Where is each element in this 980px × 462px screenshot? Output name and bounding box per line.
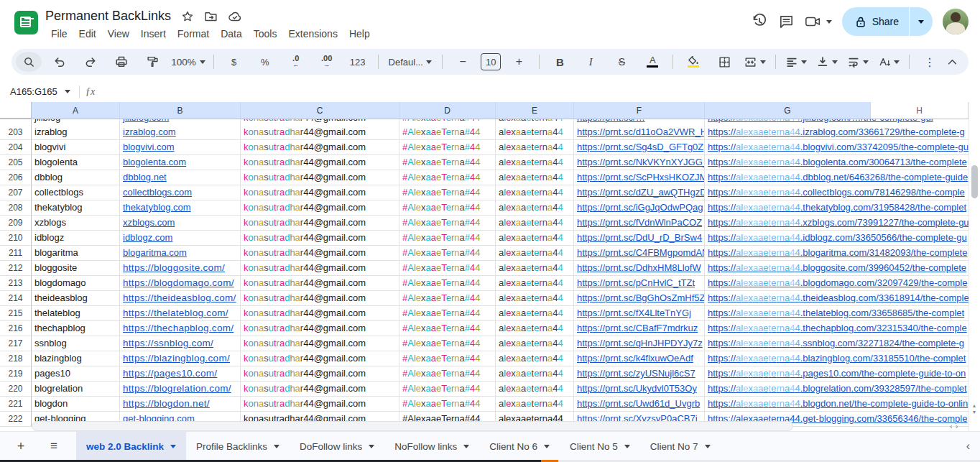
row-header[interactable]: 204 (0, 140, 32, 155)
cell[interactable]: jiliblog (32, 119, 120, 125)
cell[interactable]: dbblog (32, 170, 120, 185)
number-format-button[interactable]: 123 (345, 52, 371, 72)
cell[interactable]: alexaaeterna44 (496, 397, 574, 412)
cell[interactable]: https://prnt.sc/… (574, 119, 705, 125)
format-percent-button[interactable]: % (252, 52, 278, 72)
cell[interactable]: https://prnt.sc/k4flxuwOeAdf (574, 351, 705, 366)
sheet-tab-menu-caret[interactable] (274, 445, 279, 448)
decrease-decimal-button[interactable]: .0← (283, 52, 309, 72)
cell[interactable]: #AlexaaeTerna#44 (399, 397, 496, 412)
undo-icon[interactable] (47, 52, 73, 72)
cell[interactable]: #AlexaaeTerna#44 (399, 306, 496, 321)
bold-button[interactable]: B (547, 52, 573, 72)
font-size-input[interactable]: 10 (481, 53, 501, 70)
column-header-E[interactable]: E (496, 102, 574, 119)
cell[interactable]: #AlexaaeTerna#44 (399, 366, 496, 382)
cell[interactable]: alexaaeterna44 (496, 155, 574, 170)
cell[interactable]: blogaritma (32, 246, 120, 261)
cell[interactable]: https://alexaaeterna44.izrablog.com/3366… (705, 125, 969, 140)
cell[interactable]: https://alexaaeterna44.thekatyblog.com/3… (705, 200, 969, 216)
sheet-tab-menu-caret[interactable] (463, 445, 469, 448)
cell[interactable]: https://prnt.sc/pCnHvlC_tTZt (574, 276, 705, 291)
cell[interactable]: https://prnt.sc/Ukydvl0T53Oy (574, 382, 705, 397)
cell[interactable]: https://alexaaeterna44.ssnblog.com/32271… (705, 336, 969, 351)
row-header[interactable]: 218 (0, 351, 32, 366)
row-header[interactable]: 210 (0, 231, 32, 246)
share-dropdown[interactable] (909, 7, 933, 36)
cell[interactable]: dbblog.net (120, 170, 241, 185)
cell[interactable]: https://alexaaeterna44.blogdon.net/the-c… (705, 397, 969, 412)
cell[interactable]: konasutradhar44@gmail.com (241, 200, 399, 216)
more-toolbar-options[interactable]: ⋮ (917, 52, 943, 72)
cell[interactable]: jiliblog.com (120, 119, 241, 125)
cell[interactable]: alexaaeterna44 (496, 200, 574, 216)
menu-item-extensions[interactable]: Extensions (282, 26, 343, 42)
comments-icon[interactable] (778, 14, 795, 30)
cell[interactable]: thelateblog (32, 306, 120, 321)
row-header[interactable]: 222 (0, 412, 32, 427)
cell[interactable]: alexaaeterna44 (496, 306, 574, 321)
collapse-toolbar-icon[interactable] (948, 59, 957, 65)
fill-color-button[interactable] (680, 52, 706, 72)
cell[interactable]: alexaaeterna44 (496, 261, 574, 276)
row-header[interactable]: 221 (0, 397, 32, 412)
cell[interactable]: #AlexaaeTerna#44 (399, 276, 496, 291)
cell[interactable]: alexaaeterna44 (496, 351, 574, 366)
row-header[interactable]: 213 (0, 276, 32, 291)
cell[interactable]: izrablog.com (120, 125, 241, 140)
row-header[interactable]: 206 (0, 170, 32, 185)
cell[interactable]: https://alexaaeterna44.jiliblog.com/…/th… (705, 119, 969, 125)
cell[interactable]: konasutradhar44@gmail.com (241, 231, 399, 246)
cell[interactable]: thechapblog (32, 321, 120, 336)
cell[interactable]: #AlexaaeTerna#44 (399, 261, 496, 276)
cell[interactable]: https://prnt.sc/fX4LlteTnYGj (574, 306, 705, 321)
zoom-select[interactable]: 100% (170, 52, 206, 72)
vertical-scrollbar[interactable] (969, 102, 980, 431)
cell[interactable]: #AlexaaeTerna#44 (399, 216, 496, 231)
cell[interactable]: alexaaeterna44 (496, 231, 574, 246)
cell[interactable]: https://prnt.sc/d11oOa2VWR_H (574, 125, 705, 140)
menu-item-view[interactable]: View (102, 26, 135, 42)
cell[interactable]: alexaaeterna44 (496, 185, 574, 200)
cell[interactable]: konasutradhar44@gmail.com (241, 366, 399, 382)
sheets-logo-icon[interactable] (14, 11, 38, 34)
text-rotation-button[interactable] (876, 52, 902, 72)
cell[interactable]: idblogz (32, 231, 120, 246)
text-wrap-button[interactable] (845, 52, 871, 72)
horizontal-scrollbar[interactable] (32, 421, 793, 431)
cell[interactable]: #AlexaaeTerna#44 (399, 155, 496, 170)
decrease-font-size-button[interactable]: − (450, 52, 476, 72)
row-header[interactable] (0, 119, 32, 125)
cell[interactable]: blogdon (32, 397, 120, 412)
cell[interactable]: https://prnt.sc/CBafF7mdrkuz (574, 321, 705, 336)
cell[interactable]: blogolenta (32, 155, 120, 170)
cell[interactable]: konasutradhar44@gmail.com (241, 140, 399, 155)
cell[interactable]: https://prnt.sc/qHnJHPDYJy7z (574, 336, 705, 351)
cell[interactable]: alexaaeterna44 (496, 366, 574, 382)
strikethrough-button[interactable]: S (609, 52, 634, 72)
sheet-tab-web-2-0-backlink[interactable]: web 2.0 Backlink (76, 432, 186, 461)
cell[interactable]: konasutradhar44@gmail.com (241, 351, 399, 366)
cell[interactable]: https://prnt.sc/DdhxHM8LlofW (574, 261, 705, 276)
row-header[interactable]: 219 (0, 366, 32, 382)
document-title[interactable]: Permanent BackLinks (45, 9, 171, 24)
cell[interactable]: konasutradhar44@gmail.com (241, 216, 399, 231)
menu-item-edit[interactable]: Edit (73, 26, 102, 42)
add-sheet-button[interactable]: + (9, 432, 33, 461)
sheet-tab-menu-caret[interactable] (705, 445, 711, 448)
sheet-tab-menu-caret[interactable] (369, 445, 374, 448)
meet-video-icon[interactable] (805, 14, 832, 29)
sheet-tab-menu-caret[interactable] (624, 445, 630, 448)
cell[interactable]: https://alexaaeterna44.blogaritma.com/31… (705, 246, 969, 261)
cell[interactable]: https://alexaaeterna44.bloggosite.com/39… (705, 261, 969, 276)
share-button[interactable]: Share (842, 7, 933, 36)
column-header-B[interactable]: B (120, 102, 241, 119)
menu-item-help[interactable]: Help (343, 26, 376, 42)
cell[interactable]: https://alexaaeterna44.pages10.com/the-c… (705, 366, 969, 382)
cell[interactable]: alexaaeterna44 (496, 140, 574, 155)
cell[interactable]: https://alexaaeterna44.thelateblog.com/3… (705, 306, 969, 321)
cell[interactable]: konasutradhar44@gmail.com (241, 276, 399, 291)
italic-button[interactable]: I (578, 52, 604, 72)
meet-dropdown-caret[interactable] (826, 20, 832, 24)
cell[interactable]: xzblogs (32, 216, 120, 231)
